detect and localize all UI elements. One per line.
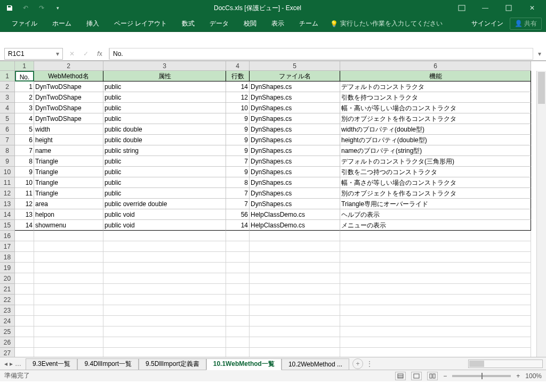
cell[interactable] xyxy=(34,337,103,348)
cell[interactable] xyxy=(226,284,250,295)
cell[interactable] xyxy=(340,252,531,263)
cell[interactable] xyxy=(226,231,250,241)
ribbon-tab[interactable]: チーム xyxy=(292,16,326,32)
cell[interactable] xyxy=(250,263,340,273)
cell[interactable] xyxy=(340,273,531,284)
cell[interactable] xyxy=(103,305,226,316)
row-header[interactable]: 2 xyxy=(0,81,15,92)
cell[interactable]: 別のオブジェクトを作るコンストラクタ xyxy=(340,188,531,199)
add-sheet-button[interactable]: + xyxy=(352,358,363,369)
ribbon-tab[interactable]: ホーム xyxy=(45,16,79,32)
cell[interactable] xyxy=(34,241,103,252)
sheet-tab[interactable]: 9.5DllImport定義書 xyxy=(139,358,206,370)
row-header[interactable]: 11 xyxy=(0,177,15,188)
scrollbar-thumb[interactable] xyxy=(538,72,545,104)
sheet-tab[interactable]: 10.2WebMethod ... xyxy=(282,358,349,370)
cell[interactable] xyxy=(250,305,340,316)
maximize-icon[interactable] xyxy=(497,0,520,16)
cell[interactable] xyxy=(340,326,531,337)
cell[interactable]: height xyxy=(34,135,103,145)
sheet-tab[interactable]: 9.3Event一覧 xyxy=(26,358,77,370)
fx-icon[interactable]: fx xyxy=(95,50,105,58)
cell[interactable]: DynShapes.cs xyxy=(250,145,340,156)
cell[interactable] xyxy=(103,263,226,273)
cell[interactable]: 12 xyxy=(226,92,250,103)
cell[interactable] xyxy=(226,241,250,252)
cell[interactable] xyxy=(34,305,103,316)
column-header[interactable]: 6 xyxy=(340,61,531,71)
column-header[interactable]: 2 xyxy=(34,61,103,71)
cell[interactable] xyxy=(103,316,226,326)
ribbon-tab[interactable]: データ xyxy=(202,16,236,32)
cell[interactable]: 幅・高いが等しい場合のコンストラクタ xyxy=(340,103,531,113)
cell[interactable]: デフォルトのコンストラクタ xyxy=(340,81,531,92)
cell[interactable]: 1 xyxy=(15,81,34,92)
cell[interactable] xyxy=(34,295,103,305)
column-header[interactable]: 4 xyxy=(226,61,250,71)
save-icon[interactable] xyxy=(2,1,17,15)
cell[interactable]: 7 xyxy=(226,156,250,167)
cell[interactable]: 3 xyxy=(15,103,34,113)
ribbon-tab[interactable]: 数式 xyxy=(174,16,202,32)
cell[interactable]: Triangle xyxy=(34,188,103,199)
cell[interactable]: 11 xyxy=(15,188,34,199)
table-header[interactable]: 機能 xyxy=(340,71,531,81)
cell[interactable]: DynShapes.cs xyxy=(250,188,340,199)
cell[interactable] xyxy=(340,337,531,348)
cell[interactable] xyxy=(226,305,250,316)
cell[interactable] xyxy=(34,231,103,241)
cell[interactable]: DynShapes.cs xyxy=(250,92,340,103)
cell[interactable]: DynShapes.cs xyxy=(250,199,340,209)
cell[interactable]: public xyxy=(103,188,226,199)
tab-next-icon[interactable]: ▸ xyxy=(10,360,13,368)
row-header[interactable]: 1 xyxy=(0,71,15,81)
cell[interactable] xyxy=(103,231,226,241)
zoom-slider[interactable] xyxy=(452,375,511,377)
page-break-view-icon[interactable] xyxy=(427,372,438,380)
cell[interactable]: public xyxy=(103,156,226,167)
sheet-tab[interactable]: 9.4DllImport一覧 xyxy=(77,358,139,370)
row-header[interactable]: 12 xyxy=(0,188,15,199)
cell[interactable]: Triangle専用にオーバーライド xyxy=(340,199,531,209)
cell[interactable]: public string xyxy=(103,145,226,156)
close-icon[interactable]: ✕ xyxy=(520,0,544,16)
signin-link[interactable]: サインイン xyxy=(471,19,503,28)
row-header[interactable]: 22 xyxy=(0,295,15,305)
formula-expand-icon[interactable]: ▾ xyxy=(533,50,546,58)
cell[interactable]: DynShapes.cs xyxy=(250,177,340,188)
cell[interactable] xyxy=(15,241,34,252)
cell[interactable]: width xyxy=(34,124,103,135)
cell[interactable]: 7 xyxy=(226,188,250,199)
enter-icon[interactable]: ✓ xyxy=(81,50,91,58)
tab-first-icon[interactable]: ◂ xyxy=(4,360,7,368)
ribbon-display-icon[interactable] xyxy=(450,0,473,16)
cell[interactable]: nameのプロパティ(string型) xyxy=(340,145,531,156)
ribbon-tab[interactable]: 挿入 xyxy=(79,16,107,32)
zoom-level[interactable]: 100% xyxy=(525,372,542,380)
cell[interactable]: DynTwoDShape xyxy=(34,92,103,103)
name-box[interactable]: R1C1 ▾ xyxy=(4,48,63,60)
cell[interactable]: HelpClassDemo.cs xyxy=(250,209,340,220)
cell[interactable]: 8 xyxy=(226,177,250,188)
cell[interactable] xyxy=(250,316,340,326)
cell[interactable] xyxy=(34,263,103,273)
row-header[interactable]: 20 xyxy=(0,273,15,284)
row-header[interactable]: 5 xyxy=(0,113,15,124)
cell[interactable]: DynShapes.cs xyxy=(250,113,340,124)
cell[interactable]: DynShapes.cs xyxy=(250,156,340,167)
cell[interactable] xyxy=(15,295,34,305)
cell[interactable] xyxy=(250,252,340,263)
cell[interactable]: showmenu xyxy=(34,220,103,231)
row-header[interactable]: 10 xyxy=(0,167,15,177)
cell[interactable] xyxy=(250,284,340,295)
cell[interactable] xyxy=(226,252,250,263)
cell[interactable]: ヘルプの表示 xyxy=(340,209,531,220)
sheet-tab[interactable]: 10.1WebMethod一覧 xyxy=(206,358,282,370)
row-header[interactable]: 15 xyxy=(0,220,15,231)
row-header[interactable]: 18 xyxy=(0,252,15,263)
cell[interactable]: DynShapes.cs xyxy=(250,124,340,135)
ribbon-tab[interactable]: 校閲 xyxy=(236,16,264,32)
cell[interactable]: public xyxy=(103,103,226,113)
cell[interactable] xyxy=(15,316,34,326)
cell[interactable] xyxy=(34,348,103,357)
